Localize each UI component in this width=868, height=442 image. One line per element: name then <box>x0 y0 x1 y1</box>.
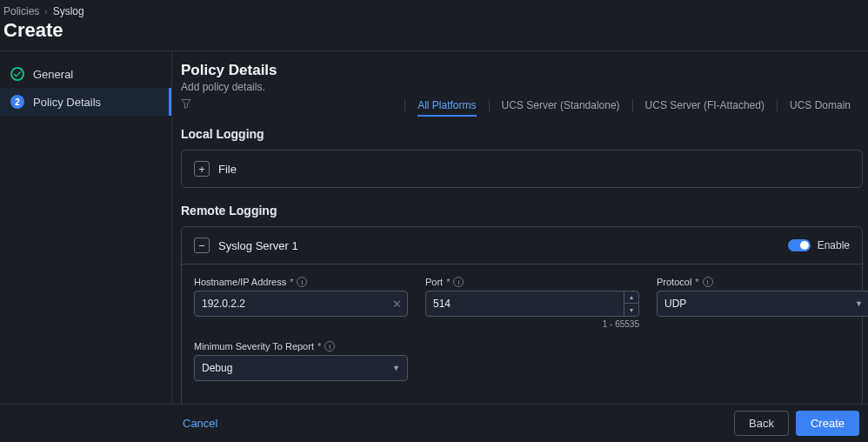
tab-ucs-domain[interactable]: UCS Domain <box>777 99 863 111</box>
expand-icon[interactable]: + <box>194 161 210 177</box>
step-number-badge: 2 <box>10 95 24 109</box>
protocol-select[interactable]: UDP ▼ <box>657 291 868 317</box>
hostname-label: Hostname/IP Address <box>194 277 286 287</box>
page-title: Create <box>0 19 868 50</box>
stepper-up-icon[interactable]: ▲ <box>624 291 638 304</box>
local-file-card: + File <box>181 150 863 188</box>
wizard-sidebar: General 2 Policy Details ‹ <box>0 51 172 430</box>
protocol-value: UDP <box>664 298 855 310</box>
cancel-button[interactable]: Cancel <box>183 417 217 430</box>
collapse-icon[interactable]: − <box>194 238 210 253</box>
info-icon[interactable]: i <box>324 341 335 352</box>
step-label: Policy Details <box>33 96 101 109</box>
port-input[interactable] <box>426 298 624 310</box>
tab-ucs-fi-attached[interactable]: UCS Server (FI-Attached) <box>632 99 777 111</box>
back-button[interactable]: Back <box>734 411 789 436</box>
hostname-input[interactable] <box>195 298 387 310</box>
protocol-label: Protocol <box>657 277 691 287</box>
wizard-footer: Cancel Back Create <box>0 404 868 442</box>
section-subtitle: Add policy details. <box>181 81 863 93</box>
platform-filter-row: All Platforms UCS Server (Standalone) UC… <box>181 98 863 111</box>
stepper-down-icon[interactable]: ▼ <box>624 304 638 316</box>
info-icon[interactable]: i <box>703 277 713 287</box>
server-title: Syslog Server 1 <box>218 239 298 252</box>
section-title: Policy Details <box>181 62 863 79</box>
breadcrumb: Policies › Syslog <box>0 0 868 19</box>
create-button[interactable]: Create <box>796 411 859 436</box>
enable-label: Enable <box>818 239 850 251</box>
syslog-server-1-card: − Syslog Server 1 Enable Hostname/IP Add… <box>181 226 863 406</box>
severity-select[interactable]: Debug ▼ <box>194 355 408 381</box>
port-range-helper: 1 - 65535 <box>425 319 639 329</box>
chevron-right-icon: › <box>44 7 47 17</box>
chevron-down-icon: ▼ <box>392 364 400 372</box>
clear-icon[interactable]: ✕ <box>387 298 407 311</box>
check-icon <box>10 67 24 81</box>
local-logging-heading: Local Logging <box>181 127 863 141</box>
tab-ucs-standalone[interactable]: UCS Server (Standalone) <box>489 99 632 111</box>
sidebar-step-policy-details[interactable]: 2 Policy Details <box>0 88 171 116</box>
tab-all-platforms[interactable]: All Platforms <box>404 99 488 111</box>
breadcrumb-current: Syslog <box>53 5 84 17</box>
port-label: Port <box>425 277 443 287</box>
step-label: General <box>33 68 73 81</box>
severity-label: Minimum Severity To Report <box>194 341 314 352</box>
info-icon[interactable]: i <box>453 277 464 287</box>
file-label: File <box>218 163 237 176</box>
remote-logging-heading: Remote Logging <box>181 204 863 218</box>
content-pane: Policy Details Add policy details. All P… <box>172 51 868 430</box>
sidebar-step-general[interactable]: General <box>0 60 171 88</box>
chevron-down-icon: ▼ <box>855 299 863 308</box>
breadcrumb-root[interactable]: Policies <box>3 5 39 17</box>
filter-icon[interactable] <box>181 98 191 111</box>
info-icon[interactable]: i <box>297 277 307 287</box>
severity-value: Debug <box>202 362 392 374</box>
enable-toggle[interactable] <box>788 239 811 251</box>
